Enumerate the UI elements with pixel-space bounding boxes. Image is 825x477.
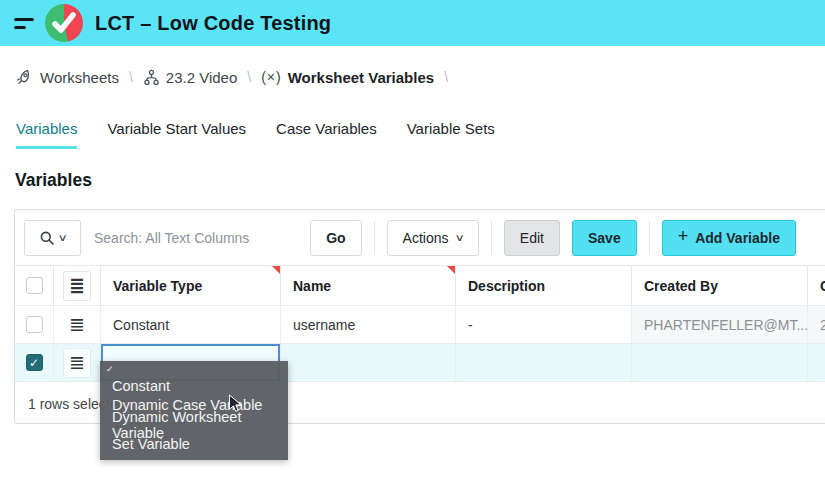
toolbar-separator: [491, 221, 492, 255]
check-icon: [45, 4, 83, 42]
actions-button[interactable]: Actions ∨: [387, 220, 479, 256]
search-icon: [39, 230, 55, 246]
breadcrumb-item-23-2-video[interactable]: 23.2 Video: [143, 69, 237, 86]
breadcrumb-item-worksheet-variables[interactable]: (×) Worksheet Variables: [261, 69, 434, 86]
breadcrumb-label: 23.2 Video: [166, 69, 237, 86]
check-icon: ✓: [29, 356, 39, 370]
cell-name[interactable]: [281, 344, 456, 382]
column-header-label: Name: [293, 278, 331, 294]
plus-icon: +: [678, 226, 689, 247]
dropdown-option-dynamic-worksheet-variable[interactable]: Dynamic Worksheet Variable: [100, 415, 288, 435]
breadcrumb-item-worksheets[interactable]: Worksheets: [16, 68, 119, 86]
mouse-cursor-icon: [228, 394, 242, 413]
breadcrumb-separator: \: [247, 69, 251, 85]
column-header-created[interactable]: C: [808, 266, 825, 306]
variables-icon: (×): [261, 69, 282, 85]
chevron-down-icon: ∨: [57, 232, 67, 243]
edit-button[interactable]: Edit: [504, 220, 560, 256]
column-header-name[interactable]: Name: [281, 266, 456, 306]
cell-description[interactable]: [456, 344, 632, 382]
cell-created-by[interactable]: [632, 344, 808, 382]
tab-variables[interactable]: Variables: [16, 120, 77, 149]
column-header-created-by[interactable]: Created By: [632, 266, 808, 306]
app-header: LCT – Low Code Testing: [0, 0, 825, 46]
add-variable-label: Add Variable: [695, 230, 780, 246]
row-menu-cell: ≣: [54, 344, 101, 382]
cell-description[interactable]: -: [456, 306, 632, 344]
tab-variable-start-values[interactable]: Variable Start Values: [107, 120, 246, 149]
section-title: Variables: [15, 170, 92, 191]
row-menu-cell: ≣: [54, 306, 101, 344]
rocket-icon: [16, 68, 34, 86]
cell-name[interactable]: username: [281, 306, 456, 344]
cell-created[interactable]: [808, 344, 825, 382]
hamburger-icon: ≣: [69, 276, 85, 295]
select-all-checkbox[interactable]: [26, 277, 43, 294]
required-marker-icon: [447, 266, 455, 274]
search-options-button[interactable]: ∨: [24, 220, 81, 256]
hamburger-icon: ≣: [69, 353, 85, 372]
check-icon: ✓: [106, 364, 114, 374]
column-header-label: Variable Type: [113, 278, 202, 294]
app-title: LCT – Low Code Testing: [95, 12, 331, 35]
go-button[interactable]: Go: [310, 220, 361, 256]
row-checkbox[interactable]: [26, 316, 43, 333]
header-row-menu-cell: ≣: [54, 266, 101, 306]
column-header-description[interactable]: Description: [456, 266, 632, 306]
search-input[interactable]: [81, 230, 310, 246]
row-select-cell: [15, 306, 54, 344]
add-variable-button[interactable]: + Add Variable: [662, 220, 796, 256]
row-select-cell: ✓: [15, 344, 54, 382]
chevron-down-icon: ∨: [454, 232, 464, 243]
tab-bar: Variables Variable Start Values Case Var…: [16, 120, 495, 149]
cell-created-by[interactable]: PHARTENFELLER@MT...: [632, 306, 808, 344]
column-header-label: Created By: [644, 278, 718, 294]
menu-icon[interactable]: [14, 18, 34, 29]
tab-variable-sets[interactable]: Variable Sets: [407, 120, 495, 149]
column-header-label: Description: [468, 278, 545, 294]
toolbar-separator: [374, 221, 375, 255]
toolbar-separator: [649, 221, 650, 255]
column-header-variable-type[interactable]: Variable Type: [101, 266, 281, 306]
save-button[interactable]: Save: [572, 220, 637, 256]
row-menu-button[interactable]: ≣: [63, 348, 91, 378]
dropdown-option-empty-selected[interactable]: ✓: [100, 361, 288, 376]
row-checkbox-checked[interactable]: ✓: [26, 354, 43, 371]
grid-toolbar: ∨ Go Actions ∨ Edit Save + Add Variable: [15, 210, 825, 266]
required-marker-icon: [272, 266, 280, 274]
cell-created[interactable]: 2: [808, 306, 825, 344]
breadcrumb-label: Worksheet Variables: [288, 69, 434, 86]
column-header-label: C: [820, 278, 825, 294]
cell-variable-type[interactable]: Constant: [101, 306, 281, 344]
select-all-header-cell: [15, 266, 54, 306]
tab-case-variables[interactable]: Case Variables: [276, 120, 377, 149]
breadcrumb: Worksheets \ 23.2 Video \ (×) Worksheet …: [16, 68, 448, 86]
dropdown-option-constant[interactable]: Constant: [100, 376, 288, 396]
app-logo: [45, 4, 83, 42]
row-menu-button[interactable]: ≣: [63, 271, 91, 301]
hamburger-icon[interactable]: ≣: [69, 315, 85, 334]
breadcrumb-separator: \: [444, 69, 448, 85]
variable-type-dropdown: ✓ Constant Dynamic Case Variable Dynamic…: [100, 361, 288, 460]
org-chart-icon: [143, 69, 160, 86]
actions-button-label: Actions: [403, 230, 449, 246]
breadcrumb-separator: \: [129, 69, 133, 85]
breadcrumb-label: Worksheets: [40, 69, 119, 86]
